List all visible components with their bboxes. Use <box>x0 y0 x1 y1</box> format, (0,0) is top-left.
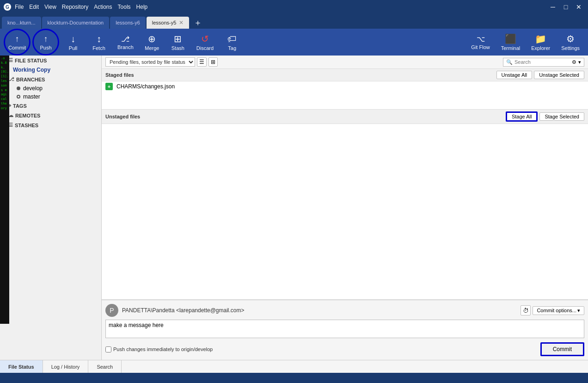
grid-view-icon[interactable]: ⊞ <box>208 57 218 67</box>
working-copy-label: Working Copy <box>13 67 50 73</box>
sidebar-item-develop[interactable]: develop <box>0 84 101 93</box>
master-branch-label: master <box>23 93 40 100</box>
discard-button[interactable]: ↺ Discard <box>192 31 218 54</box>
tag-label: Tag <box>228 45 236 51</box>
gitflow-button[interactable]: ⌥ Git Flow <box>466 31 494 54</box>
stash-button[interactable]: ⊞ Stash <box>166 31 190 54</box>
merge-icon: ⊕ <box>148 33 156 44</box>
sidebar-section-tags[interactable]: ▸ ⌖ TAGS <box>0 101 101 111</box>
filter-bar: Pending files, sorted by file status ☰ ⊞… <box>102 56 588 69</box>
sidebar-section-remotes[interactable]: ▸ ☁ REMOTES <box>0 111 101 120</box>
push-label-text: Push changes immediately to origin/devel… <box>113 346 213 352</box>
menu-actions[interactable]: Actions <box>94 4 112 10</box>
tab-file-status[interactable]: File Status <box>0 360 43 373</box>
tags-section-label: TAGS <box>13 103 27 109</box>
title-bar: G File Edit View Repository Actions Tool… <box>0 0 588 14</box>
log-history-tab-label: Log / History <box>51 364 80 370</box>
explorer-label: Explorer <box>531 45 550 51</box>
unstage-all-button[interactable]: Unstage All <box>496 71 533 79</box>
list-view-icon[interactable]: ☰ <box>197 57 207 67</box>
sidebar-section-file-status[interactable]: ▾ ☰ FILE STATUS <box>0 56 101 65</box>
sidebar-item-working-copy[interactable]: Working Copy <box>0 65 101 74</box>
time-icon-button[interactable]: ⏱ <box>521 305 531 315</box>
settings-icon: ⚙ <box>566 33 575 44</box>
menu-tools[interactable]: Tools <box>118 4 131 10</box>
push-checkbox[interactable] <box>105 346 111 352</box>
gitflow-label: Git Flow <box>471 44 490 50</box>
sidebar: ▾ ☰ FILE STATUS Working Copy ▾ ⎇ BRANCHE… <box>0 56 102 360</box>
search-settings-icon[interactable]: ⚙ <box>572 59 576 65</box>
sidebar-item-master[interactable]: master <box>0 93 101 101</box>
pending-filter-dropdown[interactable]: Pending files, sorted by file status <box>105 57 195 67</box>
table-row[interactable]: + CHARMS/changes.json <box>102 81 588 92</box>
branches-section-label: BRANCHES <box>16 77 45 82</box>
unstaged-files-section: Unstaged files Stage All Stage Selected <box>102 110 588 300</box>
bottom-tabs: File Status Log / History Search <box>0 360 588 373</box>
search-icon: 🔍 <box>506 59 513 65</box>
search-tab-label: Search <box>97 364 113 370</box>
terminal-button[interactable]: ⬛ Terminal <box>496 31 525 54</box>
remotes-section-label: REMOTES <box>15 113 40 118</box>
develop-branch-label: develop <box>23 85 43 92</box>
push-label: Push <box>40 45 51 50</box>
gitflow-icon: ⌥ <box>477 35 485 43</box>
search-expand-icon[interactable]: ▾ <box>578 59 581 65</box>
tab-log-history[interactable]: Log / History <box>43 360 89 373</box>
commit-icon: ↑ <box>15 34 19 44</box>
settings-button[interactable]: ⚙ Settings <box>557 31 584 54</box>
stage-all-button[interactable]: Stage All <box>506 111 538 122</box>
branch-icon: ⎇ <box>121 35 129 43</box>
tab-lessons-y5[interactable]: lessons-y5 ✕ <box>147 17 190 29</box>
terminal-icon: ⬛ <box>505 33 516 44</box>
minimize-button[interactable]: ─ <box>547 2 558 12</box>
staged-files-list: + CHARMS/changes.json <box>102 81 588 109</box>
tab-klockturn-doc[interactable]: klockturn-Documentation <box>42 17 110 29</box>
explorer-button[interactable]: 📁 Explorer <box>527 31 555 54</box>
tag-button[interactable]: 🏷 Tag <box>220 31 244 54</box>
file-status-section-label: FILE STATUS <box>15 58 47 63</box>
new-tab-button[interactable]: ＋ <box>190 17 206 29</box>
file-status-tab-label: File Status <box>8 364 34 370</box>
push-checkbox-label[interactable]: Push changes immediately to origin/devel… <box>105 346 213 352</box>
tab-search[interactable]: Search <box>88 360 122 373</box>
commit-button[interactable]: ↑ Commit <box>4 29 31 56</box>
fetch-label: Fetch <box>92 45 105 51</box>
commit-message-input[interactable]: make a message here <box>105 320 584 338</box>
content-area: Pending files, sorted by file status ☰ ⊞… <box>102 56 588 360</box>
unstage-selected-button[interactable]: Unstage Selected <box>534 71 584 79</box>
tab-knockturn[interactable]: kno...kturn... <box>2 17 41 29</box>
branch-label: Branch <box>117 44 134 50</box>
sidebar-section-branches[interactable]: ▾ ⎇ BRANCHES <box>0 74 101 84</box>
pull-button[interactable]: ↓ Pull <box>61 31 85 54</box>
stage-selected-button[interactable]: Stage Selected <box>539 112 584 121</box>
stashes-section-label: STASHES <box>15 123 38 128</box>
file-added-icon: + <box>105 83 113 90</box>
toolbar: ↑ Commit ↑ Push ↓ Pull ↕ Fetch ⎇ Branch … <box>0 29 588 56</box>
menu-edit[interactable]: Edit <box>29 4 39 10</box>
close-button[interactable]: ✕ <box>573 2 584 12</box>
files-container: Staged files Unstage All Unstage Selecte… <box>102 69 588 300</box>
chevron-down-icon: ▾ <box>577 308 580 314</box>
push-button[interactable]: ↑ Push <box>32 29 59 56</box>
commit-submit-button[interactable]: Commit <box>540 342 584 356</box>
settings-label: Settings <box>561 45 580 51</box>
tab-close-icon[interactable]: ✕ <box>179 19 184 26</box>
branch-button[interactable]: ⎇ Branch <box>113 31 138 54</box>
branch-active-dot <box>17 86 20 90</box>
menu-file[interactable]: File <box>15 4 24 10</box>
staged-files-header: Staged files Unstage All Unstage Selecte… <box>102 69 588 81</box>
unstaged-files-label: Unstaged files <box>105 114 504 119</box>
tab-lessons-y6[interactable]: lessons-y6 <box>110 17 146 29</box>
merge-button[interactable]: ⊕ Merge <box>140 31 164 54</box>
menu-view[interactable]: View <box>44 4 56 10</box>
commit-options-label: Commit options... <box>537 308 576 313</box>
menu-help[interactable]: Help <box>136 4 148 10</box>
discard-icon: ↺ <box>201 33 209 44</box>
sidebar-section-stashes[interactable]: ▸ ☰ STASHES <box>0 120 101 130</box>
menu-repository[interactable]: Repository <box>62 4 88 10</box>
fetch-button[interactable]: ↕ Fetch <box>87 31 111 54</box>
search-input[interactable] <box>514 59 570 65</box>
tag-icon: 🏷 <box>227 34 237 44</box>
commit-options-button[interactable]: Commit options... ▾ <box>533 306 584 315</box>
maximize-button[interactable]: □ <box>560 2 571 12</box>
